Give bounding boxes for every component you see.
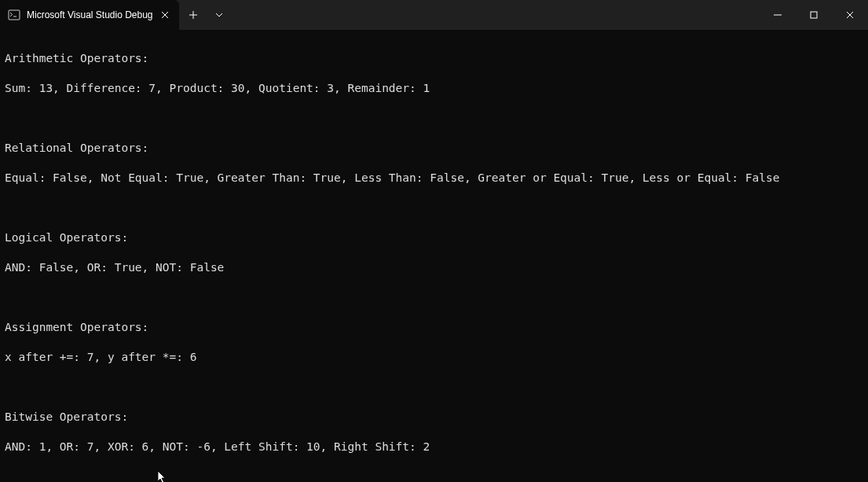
console-line [5,469,863,482]
svg-rect-7 [811,12,817,18]
terminal-app-icon [8,9,20,21]
console-line: Assignment Operators: [5,320,863,335]
titlebar-drag-region[interactable] [231,0,760,30]
console-line: Logical Operators: [5,230,863,245]
tab-active[interactable]: Microsoft Visual Studio Debug [0,0,179,30]
title-bar: Microsoft Visual Studio Debug [0,0,868,30]
svg-rect-0 [9,10,20,20]
window-controls [760,0,868,30]
minimize-button[interactable] [760,0,796,30]
terminal-output[interactable]: Arithmetic Operators: Sum: 13, Differenc… [0,30,868,482]
close-window-button[interactable] [832,0,868,30]
console-line: AND: 1, OR: 7, XOR: 6, NOT: -6, Left Shi… [5,440,863,454]
console-line: x after +=: 7, y after *=: 6 [5,350,863,365]
console-line: Bitwise Operators: [5,410,863,425]
console-line: Equal: False, Not Equal: True, Greater T… [5,171,863,186]
tab-title: Microsoft Visual Studio Debug [27,9,152,20]
console-line: Arithmetic Operators: [5,51,863,66]
close-tab-button[interactable] [159,9,171,21]
console-line [5,290,863,305]
console-line: Sum: 13, Difference: 7, Product: 30, Quo… [5,81,863,96]
console-line [5,111,863,126]
console-line: Relational Operators: [5,141,863,156]
console-line: AND: False, OR: True, NOT: False [5,260,863,275]
tab-dropdown-button[interactable] [207,0,231,30]
new-tab-button[interactable] [179,0,207,30]
maximize-button[interactable] [796,0,832,30]
console-line [5,201,863,215]
console-line [5,380,863,395]
